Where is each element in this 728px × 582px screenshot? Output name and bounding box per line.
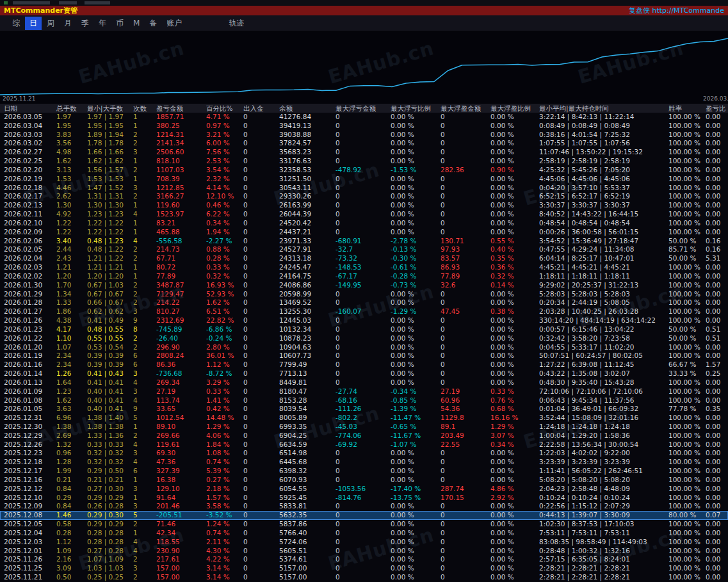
table-row[interactable]: 2026.02.101.221.22 | 1.22183.210.34 %024… (0, 219, 728, 228)
menu-item-4[interactable]: 月 (60, 17, 76, 30)
table-row[interactable]: 2026.02.184.461.47 | 1.5231212.854.14 %0… (0, 184, 728, 193)
cell-6: 2.80 % (202, 343, 239, 352)
table-row[interactable]: 2025.11.262.161.07 | 1.092217.614.22 %05… (0, 555, 728, 564)
table-row[interactable]: 2026.03.051.971.97 | 1.9711857.714.71 %0… (0, 113, 728, 122)
table-row[interactable]: 2025.12.050.580.29 | 0.29271.461.24 %058… (0, 520, 728, 529)
cell-1: 2025.12.10 (0, 494, 53, 503)
cell-2: 1.12 (53, 538, 83, 547)
cell-11: 0 (437, 538, 487, 547)
table-row[interactable]: 2025.12.316.961.38 | 1.4051012.5414.48 %… (0, 414, 728, 423)
table-row[interactable]: 2026.02.091.221.22 | 1.221465.881.94 %02… (0, 228, 728, 237)
column-header-5[interactable]: 盈亏金额 (152, 104, 202, 113)
table-row[interactable]: 2026.01.271.860.62 | 0.623810.276.51 %01… (0, 307, 728, 316)
column-header-11[interactable]: 最大浮盈金额 (437, 104, 487, 113)
table-row[interactable]: 2026.02.063.400.48 | 1.234-556.58-2.27 %… (0, 237, 728, 246)
table-row[interactable]: 2026.02.172.621.31 | 1.3123166.2712.10 %… (0, 192, 728, 201)
menu-item-5[interactable]: 季 (77, 17, 93, 30)
cell-1: 2026.01.14 (0, 369, 53, 378)
column-header-12[interactable]: 最大浮盈比例 (487, 104, 535, 113)
column-header-14[interactable]: 胜率 (665, 104, 702, 113)
column-header-4[interactable]: 次数 (129, 104, 152, 113)
table-row[interactable]: 2026.02.191.531.53 | 1.531708.392.32 %03… (0, 175, 728, 184)
menu-item-2[interactable]: 日 (25, 17, 42, 30)
table-row[interactable]: 2026.01.091.230.40 | 0.41327.190.33 %081… (0, 387, 728, 396)
table-row[interactable]: 2025.12.031.120.28 | 0.284118.552.11 %05… (0, 538, 728, 547)
menu-item-1[interactable]: 综 (8, 17, 24, 30)
table-row[interactable]: 2026.02.114.921.23 | 1.2341523.976.22 %0… (0, 210, 728, 219)
table-row[interactable]: 2025.12.100.290.29 | 0.29191.641.57 %059… (0, 494, 728, 503)
table-row[interactable]: 2026.01.264.380.41 | 0.4992312.6922.82 %… (0, 316, 728, 325)
cell-7: 0 (239, 148, 275, 157)
menu-item-10[interactable]: 账户 (162, 17, 186, 30)
cell-4: 1 (129, 476, 152, 485)
table-row[interactable]: 2026.01.201.070.53 | 0.542296.902.80 %01… (0, 343, 728, 352)
table-row[interactable]: 2026.02.131.301.30 | 1.301119.600.46 %02… (0, 201, 728, 210)
menu-item-7[interactable]: 币 (111, 17, 128, 30)
cell-3: 1.30 | 1.30 (83, 201, 129, 210)
column-header-2[interactable]: 总手数 (53, 104, 83, 113)
table-row[interactable]: 2026.01.221.100.55 | 0.552-26.40-0.24 %0… (0, 334, 728, 343)
cell-3: 0.55 | 0.55 (83, 334, 129, 343)
table-row[interactable]: 2026.03.041.951.95 | 1.951380.250.97 %03… (0, 122, 728, 131)
menu-item-9[interactable]: 备 (145, 17, 161, 30)
column-header-1[interactable]: 日期 (0, 104, 53, 113)
table-row[interactable]: 2025.12.011.090.27 | 0.284230.904.30 %05… (0, 547, 728, 556)
table-row[interactable]: 2026.01.162.340.39 | 0.39686.361.12 %077… (0, 360, 728, 369)
table-row[interactable]: 2026.01.301.700.67 | 1.0323487.8716.93 %… (0, 281, 728, 290)
column-header-10[interactable]: 最大浮亏比例 (387, 104, 437, 113)
cell-3: 1.22 | 1.22 (83, 219, 129, 228)
table-row[interactable]: 2026.03.023.561.78 | 1.7822141.346.00 %0… (0, 139, 728, 148)
menu-item-6[interactable]: 年 (94, 17, 111, 30)
table-row[interactable]: 2026.01.281.330.66 | 0.672214.221.62 %01… (0, 298, 728, 307)
table-row[interactable]: 2026.01.053.630.40 | 0.41933.650.42 %080… (0, 405, 728, 414)
menu-item-11[interactable]: 轨迹 (224, 17, 248, 30)
column-header-3[interactable]: 最小|大手数 (83, 104, 129, 113)
table-row[interactable]: 2026.03.033.831.89 | 1.9421214.313.21 %0… (0, 131, 728, 140)
table-row[interactable]: 2026.02.274.981.66 | 1.6632506.607.56 %0… (0, 148, 728, 157)
cell-9: -73.32 (332, 254, 387, 263)
table-row[interactable]: 2025.11.210.500.25 | 0.252157.003.14 %05… (0, 573, 728, 582)
column-header-9[interactable]: 最大浮亏金额 (332, 104, 387, 113)
table-row[interactable]: 2026.01.192.340.39 | 0.3962808.2436.01 %… (0, 352, 728, 360)
cell-14: 50.00 % (665, 325, 702, 334)
table-row[interactable]: 2026.01.234.170.48 | 0.558-745.89-6.86 %… (0, 325, 728, 334)
table-row[interactable]: 2026.02.251.621.62 | 1.621818.102.53 %03… (0, 157, 728, 166)
table-row[interactable]: 2026.01.081.620.40 | 0.414113.741.41 %08… (0, 396, 728, 405)
cell-2: 0.84 (53, 485, 83, 494)
column-header-8[interactable]: 余额 (275, 104, 332, 113)
table-row[interactable]: 2026.02.042.431.21 | 1.22267.710.28 %024… (0, 254, 728, 263)
table-row[interactable]: 2026.02.031.211.21 | 1.21180.720.33 %024… (0, 263, 728, 272)
menu-item-3[interactable]: 周 (42, 17, 59, 30)
table-row[interactable]: 2025.12.040.280.28 | 0.28142.340.74 %057… (0, 529, 728, 538)
table-row[interactable]: 2025.12.181.280.32 | 0.32447.360.74 %064… (0, 458, 728, 467)
table-row[interactable]: 2026.02.021.201.20 | 1.20177.890.32 %024… (0, 272, 728, 281)
cell-6: 3.54 % (202, 166, 239, 175)
table-row[interactable]: 2025.12.261.320.33 | 0.334119.611.84 %06… (0, 441, 728, 449)
table-row[interactable]: 2025.12.160.210.21 | 0.21116.380.27 %060… (0, 476, 728, 485)
column-header-13[interactable]: 最小平均|最大持仓时间 (535, 104, 665, 113)
column-header-15[interactable]: 盈亏比 (702, 104, 728, 113)
titlebar-link-text[interactable]: 复盘侠 http://MTCommande (629, 6, 724, 15)
cell-11: 0 (437, 378, 487, 387)
column-header-6[interactable]: 百分比% (202, 104, 239, 113)
table-row[interactable]: 2026.01.131.640.41 | 0.414269.343.29 %08… (0, 378, 728, 387)
cell-15: 0.00 (702, 272, 728, 281)
cell-8: 7799.49 (275, 360, 332, 369)
table-row[interactable]: 2025.12.171.990.29 | 0.506327.395.39 %06… (0, 467, 728, 476)
table-row[interactable]: 2025.12.230.960.32 | 0.32369.301.08 %065… (0, 449, 728, 458)
table-row[interactable]: 2025.12.081.460.29 | 0.305-205.51-3.52 %… (0, 511, 728, 520)
table-row[interactable]: 2025.12.292.691.33 | 1.362269.664.06 %06… (0, 432, 728, 441)
table-row[interactable]: 2026.01.141.260.41 | 0.433-736.68-8.72 %… (0, 369, 728, 378)
table-row[interactable]: 2025.12.120.840.27 | 0.303129.102.18 %06… (0, 485, 728, 494)
table-row[interactable]: 2026.02.203.131.56 | 1.5721107.033.54 %0… (0, 166, 728, 175)
table-row[interactable]: 2026.02.052.440.48 | 1.222214.730.88 %02… (0, 245, 728, 254)
table-row[interactable]: 2025.11.253.091.03 | 1.033157.003.14 %05… (0, 564, 728, 573)
cell-3: 0.28 | 0.28 (83, 538, 129, 547)
column-header-7[interactable]: 出入金 (239, 104, 275, 113)
cell-9: 0 (332, 228, 387, 237)
cell-4: 3 (129, 148, 152, 157)
menu-item-8[interactable]: M (129, 17, 144, 29)
table-row[interactable]: 2025.12.301.381.38 | 1.38189.101.29 %069… (0, 423, 728, 432)
table-row[interactable]: 2026.01.291.340.67 | 0.6727129.4752.93 %… (0, 290, 728, 299)
table-row[interactable]: 2025.12.090.840.26 | 0.283201.463.58 %05… (0, 502, 728, 511)
